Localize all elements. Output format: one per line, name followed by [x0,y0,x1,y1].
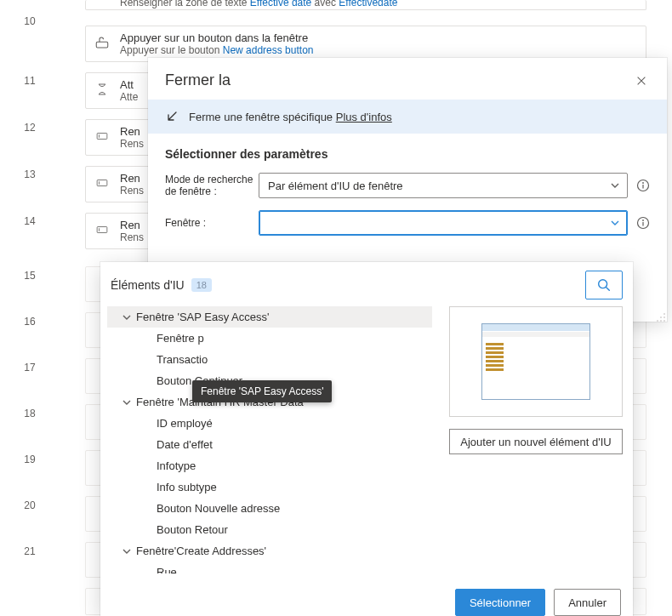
more-info-link[interactable]: Plus d'infos [336,111,392,123]
info-icon[interactable] [636,179,650,192]
svg-point-14 [663,317,665,318]
tree-node-label: Fenêtre p [157,332,204,345]
svg-point-18 [657,320,658,322]
picker-title: Éléments d'IU [111,278,185,292]
tree-node-label: Fenêtre'Create Addresses' [136,545,266,557]
svg-rect-5 [97,227,107,233]
tree-leaf[interactable]: Info subtype [107,476,432,498]
param-link[interactable]: New address button [223,44,314,56]
tree-leaf[interactable]: Bouton Retour [107,519,432,540]
svg-rect-3 [97,180,107,186]
tooltip: Fenêtre 'SAP Easy Access' [192,380,332,402]
dropdown-value: Par élément d'IU de fenêtre [268,180,403,192]
step-number: 14 [0,215,60,227]
svg-point-16 [660,317,662,318]
info-bar: Ferme une fenêtre spécifique Plus d'info… [148,100,667,134]
svg-point-19 [599,280,607,288]
cancel-button[interactable]: Annuler [554,589,621,616]
tree-node-label: Rue [157,566,177,573]
tree-leaf[interactable]: Infotype [107,455,432,476]
tree-leaf[interactable]: Fenêtre p [107,328,432,349]
step-number: 15 [0,270,60,282]
svg-rect-0 [96,42,108,48]
tree-window-node[interactable]: Fenêtre 'SAP Easy Access' [107,306,432,328]
tree-leaf[interactable]: Date d'effet [107,434,432,455]
ui-element-tree[interactable]: Fenêtre 'SAP Easy Access' Fenêtre p Tran… [107,306,439,573]
step-number: 20 [0,499,60,511]
step-number: 13 [0,168,60,180]
chevron-down-icon [122,313,131,322]
step-card[interactable]: Renseigner la zone de texte Effective da… [85,0,646,10]
hourglass-icon [94,82,110,97]
step-number: 11 [0,75,60,87]
step-number: 19 [0,453,60,465]
tree-leaf[interactable]: Transactio [107,349,432,370]
button-label: Ajouter un nouvel élément d'IU [460,436,611,448]
tree-node-label: Info subtype [157,481,217,493]
tree-node-label: Fenêtre 'SAP Easy Access' [136,311,269,323]
text-field-icon [94,128,110,144]
info-icon[interactable] [636,216,650,230]
resize-handle[interactable] [655,311,667,323]
text-field-icon [94,222,110,237]
step-number: 17 [0,362,60,374]
text-field-icon [94,175,110,191]
chevron-down-icon [122,547,131,556]
step-title: Appuyer sur un bouton dans la fenêtre [120,31,635,44]
arrow-down-left-icon [165,110,179,123]
search-icon [596,277,612,293]
tree-node-label: Date d'effet [157,438,213,451]
chevron-down-icon [610,218,620,228]
tree-node-label: Bouton Nouvelle adresse [157,502,280,515]
button-label: Annuler [568,596,607,609]
step-subtitle: Appuyer sur le bouton [120,44,223,56]
info-text: Ferme une fenêtre spécifique [189,111,336,123]
tree-node-label: ID employé [157,417,213,430]
tree-node-label: Bouton Retour [157,523,228,536]
count-badge: 18 [191,278,212,292]
svg-rect-12 [642,222,643,226]
svg-point-13 [663,313,665,315]
chevron-down-icon [610,180,620,191]
step-gutter: 10 11 12 13 14 15 16 17 18 19 20 21 [0,0,85,616]
dialog-title: Fermer la [165,71,231,89]
chevron-down-icon [122,398,131,407]
svg-line-20 [607,288,610,291]
tree-node-label: Infotype [157,459,196,472]
param-link[interactable]: Effective date [250,0,312,9]
tree-window-node[interactable]: Fenêtre'Create Addresses' [107,540,432,562]
param-label-search-mode: Mode de recherche de fenêtre : [165,174,259,198]
tree-node-label: Transactio [157,353,208,366]
select-button[interactable]: Sélectionner [455,589,545,616]
param-label-window: Fenêtre : [165,217,259,229]
tree-leaf[interactable]: ID employé [107,413,432,434]
step-number: 12 [0,122,60,134]
step-subtitle: avec [315,0,339,9]
svg-rect-1 [97,134,107,140]
svg-point-17 [660,320,662,322]
step-number: 16 [0,316,60,328]
step-card-press-button[interactable]: Appuyer sur un bouton dans la fenêtre Ap… [85,26,646,62]
svg-point-15 [663,320,665,322]
search-button[interactable] [585,271,623,299]
tree-leaf[interactable]: Rue [107,562,432,573]
step-subtitle: Renseigner la zone de texte [120,0,250,9]
step-number: 21 [0,545,60,557]
ui-element-picker: Éléments d'IU 18 Fenêtre 'SAP Easy Acces… [100,262,633,616]
svg-point-8 [642,182,644,184]
step-number: 10 [0,15,60,27]
add-ui-element-button[interactable]: Ajouter un nouvel élément d'IU [449,429,623,454]
svg-point-11 [642,220,644,221]
button-label: Sélectionner [470,596,531,609]
press-button-icon [94,35,110,50]
param-link[interactable]: Effectivedate [339,0,397,9]
search-mode-dropdown[interactable]: Par élément d'IU de fenêtre [259,173,628,198]
svg-rect-9 [642,185,643,189]
section-heading: Sélectionner des paramètres [165,147,650,161]
step-number: 18 [0,408,60,419]
window-dropdown[interactable] [259,210,628,236]
preview-thumbnail [449,306,623,417]
tree-leaf[interactable]: Bouton Nouvelle adresse [107,498,432,519]
close-icon[interactable] [633,72,650,89]
window-preview-image [481,323,590,400]
